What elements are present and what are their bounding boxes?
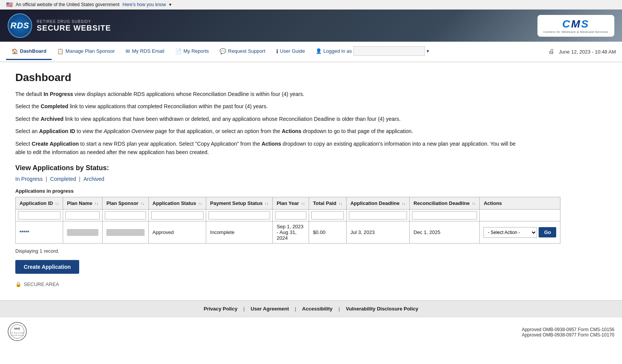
rds-subtitle: RETIREE DRUG SUBSIDY <box>37 20 111 24</box>
cell-actions: - Select Action - Go <box>480 221 560 244</box>
filter-app-deadline <box>346 210 409 221</box>
person-icon: 👤 <box>316 48 322 54</box>
nav-item-my-reports[interactable]: 📄 My Reports <box>170 44 214 60</box>
filter-input-recon-deadline[interactable] <box>412 211 477 219</box>
filter-input-app-deadline[interactable] <box>349 211 407 219</box>
filter-input-app-id[interactable] <box>18 211 60 219</box>
col-header-recon-deadline[interactable]: Reconciliation Deadline ↑↓ <box>410 197 480 210</box>
description-block: The default In Progress view displays ac… <box>15 90 520 156</box>
filter-recon-deadline <box>410 210 480 221</box>
filter-app-status <box>148 210 206 221</box>
col-header-plan-sponsor[interactable]: Plan Sponsor ↑↓ <box>103 197 148 210</box>
nav-item-dashboard[interactable]: 🏠 DashBoard <box>6 44 52 60</box>
col-header-app-id[interactable]: Application ID ↑↓ <box>16 197 63 210</box>
cms-logo: CMS Centers for Medicare & Medicaid Serv… <box>537 15 614 37</box>
svg-text:& Human Services: & Human Services <box>11 334 23 336</box>
filter-input-plan-sponsor[interactable] <box>105 211 146 219</box>
filter-input-total-paid[interactable] <box>311 211 344 219</box>
footer-link-user-agreement[interactable]: User Agreement <box>251 306 289 312</box>
site-title: SECURE WEBSITE <box>37 24 111 32</box>
nav-item-request-support[interactable]: 💬 Request Support <box>214 44 271 60</box>
cell-app-status: Approved <box>148 221 206 244</box>
go-button[interactable]: Go <box>539 227 556 237</box>
cell-plan-sponsor <box>103 221 148 244</box>
footer-link-privacy[interactable]: Privacy Policy <box>204 306 237 312</box>
nav-label-user-guide: User Guide <box>280 48 305 54</box>
filter-input-plan-name[interactable] <box>65 211 100 219</box>
sort-icon-app-status: ↑↓ <box>198 202 202 206</box>
cms-logo-box: CMS Centers for Medicare & Medicaid Serv… <box>537 15 614 37</box>
separator-2: | <box>78 176 84 182</box>
app-id-link[interactable]: ***** <box>20 229 29 235</box>
info-icon: ℹ <box>276 48 278 54</box>
logged-in-label: Logged in as <box>323 48 352 54</box>
select-action-dropdown[interactable]: - Select Action - <box>484 227 537 238</box>
filter-total-paid <box>309 210 347 221</box>
col-header-payment-setup[interactable]: Payment Setup Status ↑↓ <box>206 197 273 210</box>
filter-row <box>16 210 560 221</box>
col-header-plan-name[interactable]: Plan Name ↑↓ <box>63 197 103 210</box>
secure-area-label: SECURE AREA <box>24 281 59 287</box>
page-title: Dashboard <box>15 72 520 84</box>
col-header-total-paid[interactable]: Total Paid ↑↓ <box>309 197 347 210</box>
report-icon: 📄 <box>175 48 182 54</box>
filter-payment-setup <box>206 210 273 221</box>
col-header-app-status[interactable]: Application Status ↑↓ <box>148 197 206 210</box>
omb-text: Approved OMB-0938-0957 Form CMS-10156 Ap… <box>522 327 614 338</box>
sort-icon-payment-setup: ↑↓ <box>265 202 269 206</box>
cell-plan-name <box>63 221 103 244</box>
desc-line-5: Select Create Application to start a new… <box>15 140 520 157</box>
svg-text:HHS: HHS <box>15 327 20 330</box>
table-header-row: Application ID ↑↓ Plan Name ↑↓ Plan Spon… <box>16 197 560 210</box>
print-icon[interactable]: 🖨 <box>548 48 554 55</box>
status-link-in-progress[interactable]: In Progress <box>15 176 43 182</box>
footer-link-vulnerability[interactable]: Vulnerability Disclosure Policy <box>346 306 418 312</box>
sort-icon-total-paid: ↑↓ <box>339 202 342 206</box>
nav-label-manage-plan-sponsor: Manage Plan Sponsor <box>65 48 115 54</box>
plan-sponsor-redacted <box>106 229 144 236</box>
col-header-app-deadline[interactable]: Application Deadline ↑↓ <box>346 197 409 210</box>
status-link-archived[interactable]: Archived <box>83 176 104 182</box>
rds-logo-circle: RDS <box>8 13 32 38</box>
email-icon: ✉ <box>125 48 130 54</box>
cell-plan-year: Sep 1, 2023 - Aug 31, 2024 <box>273 221 309 244</box>
col-header-plan-year[interactable]: Plan Year ↑↓ <box>273 197 309 210</box>
desc-line-3: Select the Archived link to view applica… <box>15 115 520 123</box>
logged-in-input[interactable] <box>353 46 425 56</box>
nav-item-manage-plan-sponsor[interactable]: 📋 Manage Plan Sponsor <box>52 44 120 60</box>
desc-line-1: The default In Progress view displays ac… <box>15 90 520 98</box>
nav-item-my-rds-email[interactable]: ✉ My RDS Email <box>120 44 170 60</box>
footer-link-accessibility[interactable]: Accessibility <box>302 306 333 312</box>
plan-name-redacted <box>67 229 98 236</box>
filter-input-payment-setup[interactable] <box>208 211 270 219</box>
gov-banner-text: An official website of the United States… <box>16 2 119 7</box>
create-application-button[interactable]: Create Application <box>15 260 79 274</box>
nav-item-user-guide[interactable]: ℹ User Guide <box>271 44 311 60</box>
nav-label-request-support: Request Support <box>228 48 265 54</box>
status-links: In Progress | Completed | Archived <box>15 176 520 182</box>
svg-point-1 <box>10 325 24 338</box>
applications-table: Application ID ↑↓ Plan Name ↑↓ Plan Spon… <box>15 197 560 244</box>
logo-area: RDS RETIREE DRUG SUBSIDY SECURE WEBSITE <box>8 13 111 38</box>
status-link-completed[interactable]: Completed <box>50 176 76 182</box>
nav-label-dashboard: DashBoard <box>20 48 46 54</box>
chevron-down-icon: ▾ <box>169 2 171 7</box>
logged-in-chevron-icon: ▾ <box>427 48 429 54</box>
how-you-know-link[interactable]: Here's how you know <box>122 2 166 7</box>
home-icon: 🏠 <box>11 48 18 54</box>
sort-icon-recon-deadline: ↑↓ <box>472 202 475 206</box>
table-label: Applications in progress <box>15 188 520 194</box>
sort-icon-plan-sponsor: ↑↓ <box>141 202 145 206</box>
cell-recon-deadline: Dec 1, 2025 <box>410 221 480 244</box>
filter-input-plan-year[interactable] <box>275 211 306 219</box>
nav-right: 🖨 June 12, 2023 - 10:48 AM <box>548 48 616 55</box>
section-title: View Applications by Status: <box>15 164 520 172</box>
svg-point-0 <box>8 322 26 341</box>
support-icon: 💬 <box>220 48 226 54</box>
footer-links: Privacy Policy | User Agreement | Access… <box>0 300 622 317</box>
sort-icon-app-deadline: ↑↓ <box>402 202 405 206</box>
logged-in-area: 👤 Logged in as ▾ <box>310 42 434 62</box>
filter-input-app-status[interactable] <box>151 211 204 219</box>
gov-banner: 🇺🇸 An official website of the United Sta… <box>0 0 622 10</box>
omb-line-2: Approved OMB-0938-0977 Form CMS-10170 <box>522 332 614 338</box>
